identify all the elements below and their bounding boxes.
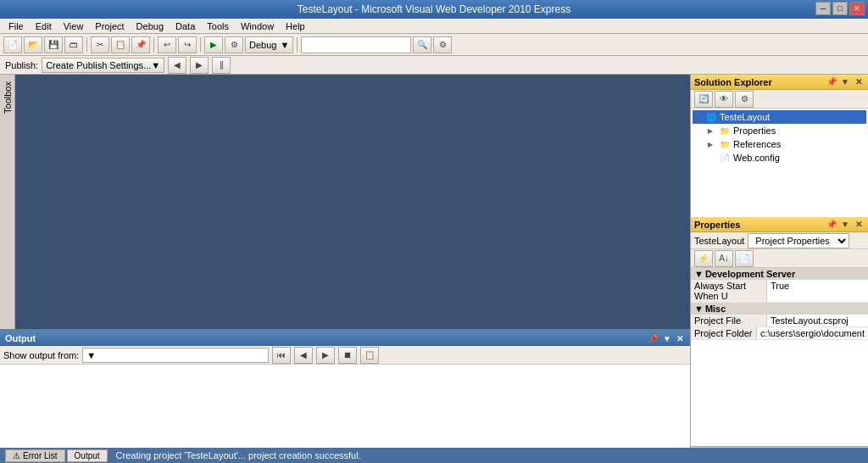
toolbar-extra-button[interactable]: ⚙ [433, 36, 452, 53]
folder-icon-references: 📁 [718, 138, 732, 150]
menu-file[interactable]: File [3, 20, 29, 32]
menu-bar: File Edit View Project Debug Data Tools … [0, 19, 868, 34]
output-close-button[interactable]: ✕ [675, 334, 685, 343]
se-refresh-button[interactable]: 🔄 [694, 91, 713, 108]
props-value-project-file[interactable]: TesteLayout.csproj [767, 315, 868, 326]
properties-panel: Properties 📌 ▼ ✕ TesteLayout Project Pro… [691, 217, 868, 463]
menu-tools[interactable]: Tools [202, 20, 234, 32]
tree-arrow-properties: ▶ [708, 127, 718, 135]
title-bar: TesteLayout - Microsoft Visual Web Devel… [0, 0, 868, 19]
output-tb-btn-2[interactable]: ◀ [294, 347, 313, 364]
menu-edit[interactable]: Edit [31, 20, 57, 32]
props-selector-bar: TesteLayout Project Properties [691, 232, 868, 249]
undo-button[interactable]: ↩ [158, 36, 176, 53]
tab-error-list[interactable]: ⚠ Error List [5, 449, 65, 462]
open-button[interactable]: 📂 [24, 36, 42, 53]
props-toolbar: ⚡ A↓ 📄 [691, 249, 868, 268]
search-go-button[interactable]: 🔍 [413, 36, 431, 53]
output-tb-btn-5[interactable]: 📋 [360, 347, 379, 364]
solution-explorer-titlebar: Solution Explorer 📌 ▼ ✕ [691, 75, 868, 90]
redo-button[interactable]: ↪ [178, 36, 197, 53]
se-arrow-button[interactable]: ▼ [839, 76, 851, 88]
project-icon: 🌐 [704, 111, 718, 123]
output-tb-btn-1[interactable]: ⏮ [272, 347, 291, 364]
status-tabs: ⚠ Error List Output [5, 449, 109, 462]
toolbar-sep-4 [297, 37, 298, 53]
window-title: TesteLayout - Microsoft Visual Web Devel… [298, 3, 570, 15]
status-bar: ⚠ Error List Output Creating project 'Te… [0, 448, 868, 463]
tree-root-label: TesteLayout [720, 112, 770, 122]
menu-data[interactable]: Data [170, 20, 200, 32]
props-value-always-start[interactable]: True [767, 280, 868, 302]
tree-item-references[interactable]: ▶ 📁 References [693, 137, 866, 151]
menu-view[interactable]: View [58, 20, 89, 32]
se-show-all-button[interactable]: 👁 [715, 91, 733, 108]
search-input[interactable] [301, 36, 411, 53]
props-pages-button[interactable]: 📄 [735, 250, 754, 267]
tab-output[interactable]: Output [67, 449, 108, 462]
props-arrow-button[interactable]: ▼ [839, 219, 851, 231]
solution-explorer-panel: Solution Explorer 📌 ▼ ✕ 🔄 👁 ⚙ ▼ 🌐 TesteL… [691, 75, 868, 217]
se-toolbar: 🔄 👁 ⚙ [691, 90, 868, 109]
attach-button[interactable]: ⚙ [225, 36, 243, 53]
close-button[interactable]: ✕ [849, 2, 865, 15]
tree-item-properties[interactable]: ▶ 📁 Properties [693, 124, 866, 137]
props-devserver-label: Development Server [705, 269, 795, 279]
props-key-project-folder: Project Folder [691, 327, 757, 339]
output-float-button[interactable]: ▼ [661, 334, 673, 343]
se-properties-button[interactable]: ⚙ [735, 91, 754, 108]
publish-settings-dropdown[interactable]: Create Publish Settings... ▼ [42, 58, 164, 73]
menu-help[interactable]: Help [281, 20, 310, 32]
tree-webconfig-label: Web.config [733, 153, 780, 163]
props-value-project-folder[interactable]: c:\users\sergio\document [757, 327, 868, 339]
cut-button[interactable]: ✂ [91, 36, 109, 53]
toolbox-label[interactable]: Toolbox [1, 78, 14, 117]
new-button[interactable]: 📄 [3, 36, 22, 53]
output-pin-button[interactable]: 📌 [646, 334, 659, 343]
publish-bar: Publish: Create Publish Settings... ▼ ◀ … [0, 56, 868, 75]
props-misc-label: Misc [705, 304, 726, 314]
props-close-button[interactable]: ✕ [853, 219, 865, 231]
build-config-dropdown[interactable]: Debug ▼ [245, 36, 293, 53]
props-section-devserver: ▼ Development Server [691, 268, 868, 280]
minimize-button[interactable]: ─ [815, 2, 831, 15]
props-key-project-file: Project File [691, 315, 767, 326]
toolbar-sep-1 [86, 37, 87, 53]
props-titlebar-actions: 📌 ▼ ✕ [826, 219, 865, 231]
menu-window[interactable]: Window [236, 20, 279, 32]
menu-debug[interactable]: Debug [131, 20, 169, 32]
props-title: Properties [694, 220, 740, 230]
se-close-button[interactable]: ✕ [853, 76, 865, 88]
run-button[interactable]: ▶ [204, 36, 223, 53]
output-show-label: Show output from: [3, 350, 79, 360]
output-titlebar: Output 📌 ▼ ✕ [0, 331, 690, 346]
publish-btn-3[interactable]: ‖ [212, 57, 231, 74]
publish-label: Publish: [5, 60, 38, 70]
solution-explorer-title: Solution Explorer [694, 77, 772, 87]
props-alpha-button[interactable]: A↓ [715, 250, 733, 267]
props-object-name: TesteLayout [694, 236, 744, 246]
se-titlebar-actions: 📌 ▼ ✕ [826, 76, 865, 88]
props-pin-button[interactable]: 📌 [826, 219, 837, 231]
paste-button[interactable]: 📌 [131, 36, 150, 53]
props-type-dropdown[interactable]: Project Properties [748, 233, 849, 248]
tree-item-webconfig[interactable]: 📄 Web.config [693, 151, 866, 165]
tree-item-root[interactable]: ▼ 🌐 TesteLayout [693, 110, 866, 124]
window-controls: ─ □ ✕ [815, 2, 865, 15]
status-message: Creating project 'TesteLayout'... projec… [116, 450, 361, 460]
se-pin-button[interactable]: 📌 [826, 76, 837, 88]
save-all-button[interactable]: 🗃 [64, 36, 83, 53]
output-title: Output [5, 333, 36, 343]
menu-project[interactable]: Project [90, 20, 129, 32]
publish-btn-2[interactable]: ▶ [190, 57, 209, 74]
output-tb-btn-4[interactable]: ⏹ [338, 347, 357, 364]
output-tb-btn-3[interactable]: ▶ [316, 347, 335, 364]
copy-button[interactable]: 📋 [111, 36, 130, 53]
restore-button[interactable]: □ [832, 2, 848, 15]
save-button[interactable]: 💾 [44, 36, 63, 53]
output-source-dropdown[interactable]: ▼ [82, 348, 269, 363]
publish-btn-1[interactable]: ◀ [168, 57, 186, 74]
output-toolbar: Show output from: ▼ ⏮ ◀ ▶ ⏹ 📋 [0, 346, 690, 365]
props-row-always-start: Always Start When U True [691, 280, 868, 303]
props-category-button[interactable]: ⚡ [694, 250, 713, 267]
